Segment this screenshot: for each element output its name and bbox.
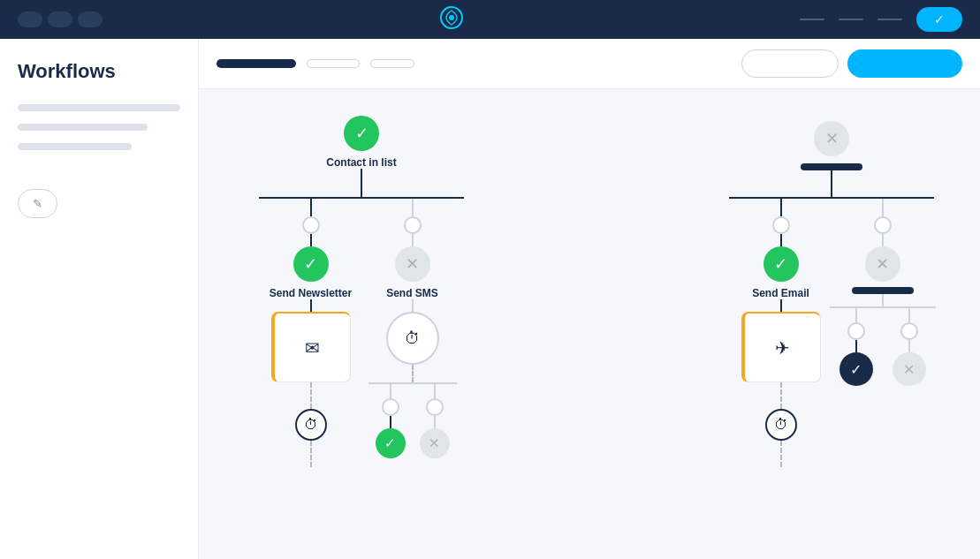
nav-dash-1 [800,19,824,20]
v5-nl [310,441,312,467]
nav-dash-3 [877,19,902,20]
v5-email [780,441,782,467]
nl-node[interactable]: ✓ [293,246,329,282]
newsletter-col: ✓ Send Newsletter ✉ ⏱ [260,199,361,467]
toolbar-actions [741,49,962,78]
v-rr [882,199,884,216]
rr-col: ✕ [832,199,933,467]
left-children-row: ✓ Send Newsletter ✉ ⏱ [260,199,463,467]
action-button[interactable] [847,49,962,78]
root-right-node[interactable]: ✕ [814,121,849,156]
v-email [780,199,782,216]
topnav-right: ✓ [800,7,962,32]
subtree-left: ✓ Contact in list [259,116,464,467]
sms-node[interactable]: ✕ [395,246,430,282]
confirm-button[interactable]: ✓ [916,7,962,32]
v4-sms [412,365,414,382]
rr-sub-c-r [900,322,918,340]
v-line-root-left [361,169,362,195]
workflow-tree: ✓ Contact in list [217,116,976,467]
rr-sub-right: ✕ [883,308,936,386]
nav-pill-2[interactable] [48,11,72,27]
 [855,340,857,352]
edit-button[interactable]: ✎ [18,189,57,218]
sms-sub-circle-left [382,398,399,416]
rr-sub-c-l [847,322,865,340]
sms-sub-right: ✕ [413,382,457,458]
check-icon: ✓ [934,12,945,26]
sms-sub-gray[interactable]: ✕ [420,428,450,458]
root-left-node[interactable]: ✓ [344,116,379,151]
email-col: ✓ Send Email ✈ ⏱ [730,199,832,467]
sidebar-line-1 [18,104,180,111]
email-card[interactable]: ✈ [741,312,821,382]
sidebar-line-3 [18,143,132,150]
topnav: ✓ [0,0,980,39]
rr-node[interactable]: ✕ [865,246,900,282]
sidebar-line-2 [18,124,148,131]
sms-sub-circle-right [426,398,444,416]
sidebar-title: Workflows [18,60,180,83]
v3-email [780,299,782,312]
email-node[interactable]: ✓ [763,246,799,282]
nl-card[interactable]: ✉ [271,312,351,382]
sms-sub-left: ✓ [368,382,413,458]
right-children-row: ✓ Send Email ✈ ⏱ [730,199,933,467]
nav-dash-2 [839,19,863,20]
root-right-label-dash [801,163,862,170]
 [434,416,436,428]
 [855,308,857,322]
v2-email [780,234,782,246]
sms-col: ✕ Send SMS ⏱ [361,199,463,467]
v-line-sms [412,199,414,216]
rr-navy-check[interactable]: ✓ [839,352,873,386]
tab-active[interactable] [217,59,296,68]
email-circle [772,216,790,234]
email-label: Send Email [752,287,809,299]
email-card-icon: ✈ [775,337,790,359]
rr-circle [874,216,892,234]
tab-3[interactable] [370,59,414,68]
left-branch-group: ✓ Send Newsletter ✉ ⏱ [259,195,464,467]
v2-nl [310,234,312,246]
sms-sub-v1 [390,384,391,398]
sms-sub-green[interactable]: ✓ [376,428,406,458]
tab-2[interactable] [307,59,360,68]
nav-pill-1[interactable] [18,11,42,27]
 [390,416,391,428]
nav-pill-3[interactable] [78,11,103,27]
pencil-icon: ✎ [33,197,42,210]
toolbar [199,39,980,89]
v3-sms [412,299,414,312]
email-clock[interactable]: ⏱ [765,409,797,441]
svg-point-1 [449,15,454,20]
app-logo [439,5,464,34]
content-area: ✓ Contact in list [199,39,980,559]
subtree-right: ✕ [729,121,934,467]
nl-clock[interactable]: ⏱ [295,409,327,441]
root-row: ✓ Contact in list [259,116,934,467]
v-line-root-right [831,170,832,197]
v3-nl [310,299,312,312]
sms-connector-circle [404,216,422,234]
workflow-canvas[interactable]: ✓ Contact in list [199,89,980,559]
root-left-label: Contact in list [326,156,396,169]
rr-sub-row: ✓ ✕ [830,308,936,386]
nl-label: Send Newsletter [270,287,352,299]
nl-connector-circle [302,216,320,234]
topnav-left [18,11,103,27]
v-line-nl [310,199,312,216]
sidebar: Workflows ✎ [0,39,199,559]
sms-sub-v2 [434,384,436,398]
 [908,340,910,352]
nl-card-icon: ✉ [305,337,320,359]
sms-clock-main[interactable]: ⏱ [386,312,439,365]
v4-nl [310,382,312,409]
rr-gray-x[interactable]: ✕ [893,352,926,386]
 [908,308,910,322]
rr-label-dash [852,287,914,294]
v3-rr [882,294,884,306]
toolbar-tabs [217,59,414,68]
search-input[interactable] [741,49,839,78]
v2-rr [882,234,884,246]
